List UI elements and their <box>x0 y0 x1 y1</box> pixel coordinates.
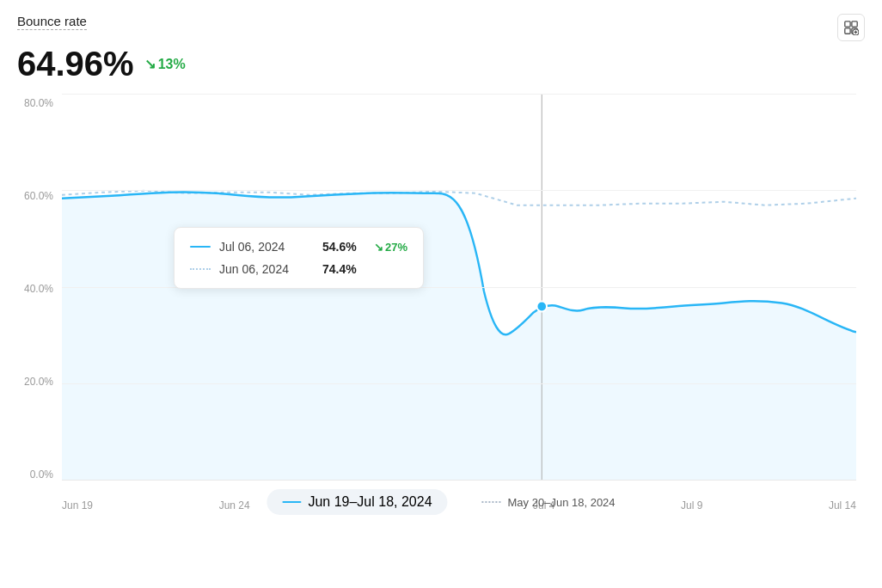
tooltip-current-change: ↘ 27% <box>374 241 407 254</box>
tooltip-arrow-icon: ↘ <box>374 241 383 254</box>
tooltip: Jul 06, 2024 54.6% ↘ 27% Jun 06, 2024 74… <box>174 227 424 289</box>
tooltip-prev-date: Jun 06, 2024 <box>219 262 314 276</box>
svg-rect-1 <box>852 21 857 27</box>
tooltip-prev-value: 74.4% <box>322 262 365 276</box>
x-label-jul9: Jul 9 <box>681 499 702 511</box>
chart-legend: Jun 19–Jul 18, 2024 May 20–Jun 18, 2024 <box>266 489 615 515</box>
legend-current: Jun 19–Jul 18, 2024 <box>266 489 447 515</box>
svg-rect-2 <box>845 28 850 34</box>
y-label-80: 80.0% <box>17 97 53 109</box>
grid-line-80 <box>62 94 856 95</box>
x-label-jul14: Jul 14 <box>829 499 856 511</box>
table-icon <box>843 20 859 35</box>
data-point <box>536 301 547 311</box>
prev-line-indicator <box>190 268 211 270</box>
metric-row: 64.96% ↘ 13% <box>17 45 865 83</box>
table-view-button[interactable] <box>837 14 865 41</box>
metric-change-value: 13% <box>158 57 186 72</box>
y-label-0: 0.0% <box>17 469 53 481</box>
dashboard-card: Bounce rate 64.96% ↘ 13% 80.0% 60.0% 40.… <box>0 0 882 588</box>
legend-prev-label: May 20–Jun 18, 2024 <box>508 496 616 509</box>
y-label-20: 20.0% <box>17 376 53 388</box>
tooltip-prev-row: Jun 06, 2024 74.4% <box>190 262 407 276</box>
tooltip-change-value: 27% <box>385 241 407 254</box>
y-label-60: 60.0% <box>17 190 53 202</box>
legend-current-label: Jun 19–Jul 18, 2024 <box>308 494 432 510</box>
y-label-40: 40.0% <box>17 283 53 295</box>
metric-value: 64.96% <box>17 45 134 83</box>
legend-prev-indicator <box>482 501 501 503</box>
chart-plot: Jul 06, 2024 54.6% ↘ 27% Jun 06, 2024 74… <box>62 94 856 481</box>
tooltip-current-value: 54.6% <box>322 240 365 254</box>
current-line-indicator <box>190 246 211 248</box>
metric-change: ↘ 13% <box>144 56 186 72</box>
x-label-jun19: Jun 19 <box>62 499 93 511</box>
tooltip-current-row: Jul 06, 2024 54.6% ↘ 27% <box>190 240 407 254</box>
card-header: Bounce rate <box>17 14 865 41</box>
tooltip-current-date: Jul 06, 2024 <box>219 240 314 254</box>
card-title: Bounce rate <box>17 14 87 30</box>
legend-prev: May 20–Jun 18, 2024 <box>482 496 616 509</box>
arrow-down-icon: ↘ <box>144 56 156 72</box>
chart-area: 80.0% 60.0% 40.0% 20.0% 0.0% <box>17 94 865 515</box>
legend-current-indicator <box>282 501 301 503</box>
grid-line-20 <box>62 383 856 384</box>
y-axis: 80.0% 60.0% 40.0% 20.0% 0.0% <box>17 94 53 481</box>
svg-rect-0 <box>845 21 850 27</box>
grid-line-60 <box>62 190 856 191</box>
x-label-jun24: Jun 24 <box>219 499 250 511</box>
